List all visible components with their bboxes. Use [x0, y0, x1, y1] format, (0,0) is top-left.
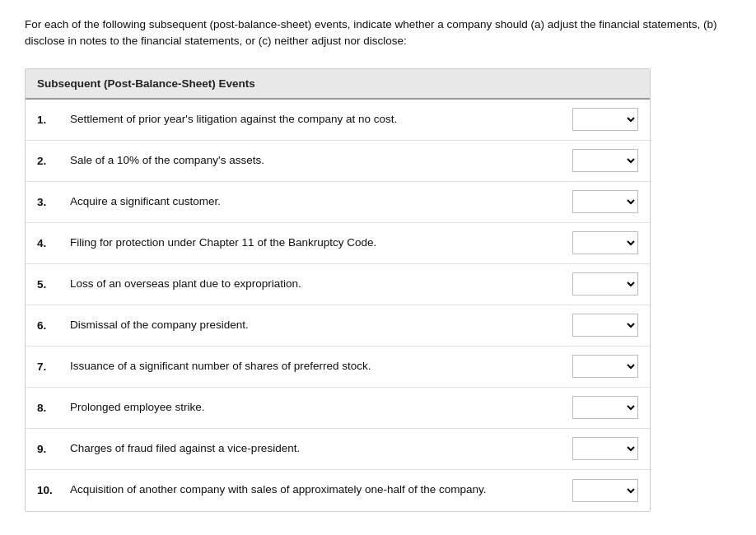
- row-text-3: Acquire a significant customer.: [70, 194, 572, 210]
- row-number-4: 4.: [37, 237, 70, 249]
- events-table: Subsequent (Post-Balance-Sheet) Events 1…: [25, 68, 651, 512]
- table-row: 3.Acquire a significant customer.(a) Adj…: [26, 182, 650, 223]
- row-number-2: 2.: [37, 155, 70, 167]
- table-row: 4.Filing for protection under Chapter 11…: [26, 223, 650, 264]
- row-text-2: Sale of a 10% of the company's assets.: [70, 153, 572, 169]
- table-row: 7.Issuance of a significant number of sh…: [26, 347, 650, 388]
- intro-text: For each of the following subsequent (po…: [25, 16, 731, 50]
- row-number-7: 7.: [37, 361, 70, 373]
- table-row: 2.Sale of a 10% of the company's assets.…: [26, 141, 650, 182]
- row-number-10: 10.: [37, 484, 70, 496]
- row-select-1[interactable]: (a) Adjust(b) Disclose(c) Neither: [572, 108, 638, 131]
- row-text-6: Dismissal of the company president.: [70, 318, 572, 333]
- row-select-8[interactable]: (a) Adjust(b) Disclose(c) Neither: [572, 396, 638, 419]
- row-select-6[interactable]: (a) Adjust(b) Disclose(c) Neither: [572, 314, 638, 337]
- table-row: 5.Loss of an overseas plant due to expro…: [26, 264, 650, 305]
- table-row: 8.Prolonged employee strike.(a) Adjust(b…: [26, 388, 650, 429]
- table-row: 9.Charges of fraud filed against a vice-…: [26, 429, 650, 470]
- row-text-5: Loss of an overseas plant due to expropr…: [70, 277, 572, 292]
- row-number-6: 6.: [37, 319, 70, 332]
- row-number-1: 1.: [37, 114, 70, 126]
- table-row: 10.Acquisition of another company with s…: [26, 470, 650, 511]
- row-number-3: 3.: [37, 196, 70, 208]
- row-text-8: Prolonged employee strike.: [70, 400, 572, 416]
- row-select-4[interactable]: (a) Adjust(b) Disclose(c) Neither: [572, 231, 638, 254]
- row-select-9[interactable]: (a) Adjust(b) Disclose(c) Neither: [572, 437, 638, 460]
- row-select-5[interactable]: (a) Adjust(b) Disclose(c) Neither: [572, 272, 638, 295]
- row-select-7[interactable]: (a) Adjust(b) Disclose(c) Neither: [572, 355, 638, 378]
- table-body: 1.Settlement of prior year's litigation …: [26, 100, 650, 511]
- table-header: Subsequent (Post-Balance-Sheet) Events: [26, 69, 650, 100]
- row-select-10[interactable]: (a) Adjust(b) Disclose(c) Neither: [572, 479, 638, 502]
- row-text-4: Filing for protection under Chapter 11 o…: [70, 235, 572, 251]
- row-number-5: 5.: [37, 278, 70, 291]
- table-row: 6.Dismissal of the company president.(a)…: [26, 305, 650, 347]
- row-text-10: Acquisition of another company with sale…: [70, 482, 572, 498]
- table-row: 1.Settlement of prior year's litigation …: [26, 100, 650, 141]
- row-text-9: Charges of fraud filed against a vice-pr…: [70, 441, 572, 457]
- row-number-8: 8.: [37, 402, 70, 414]
- row-text-7: Issuance of a significant number of shar…: [70, 359, 572, 374]
- row-select-2[interactable]: (a) Adjust(b) Disclose(c) Neither: [572, 149, 638, 172]
- row-text-1: Settlement of prior year's litigation ag…: [70, 112, 572, 128]
- row-select-3[interactable]: (a) Adjust(b) Disclose(c) Neither: [572, 190, 638, 213]
- row-number-9: 9.: [37, 443, 70, 455]
